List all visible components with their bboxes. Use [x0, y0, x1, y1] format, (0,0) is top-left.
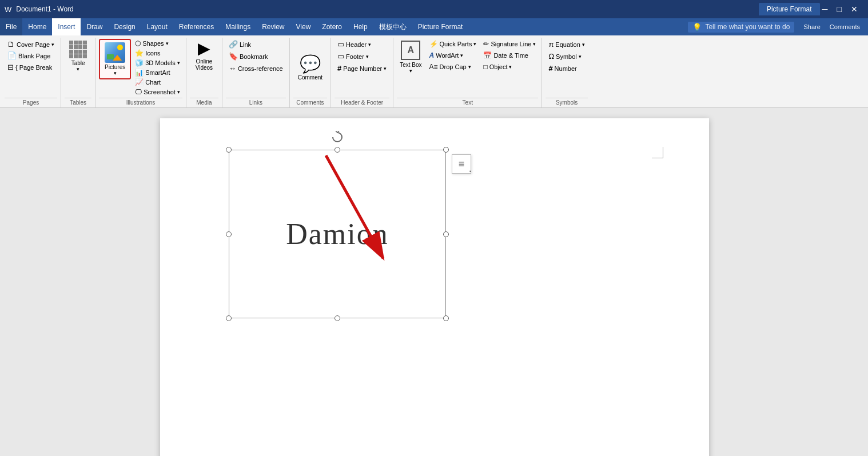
- wordart-icon: A: [429, 51, 435, 59]
- minimize-button[interactable]: ─: [822, 5, 828, 14]
- drop-cap-chevron: ▾: [468, 64, 471, 70]
- illustrations-group-label: Illustrations: [99, 98, 182, 107]
- screenshot-icon: 🖵: [135, 88, 142, 96]
- 3d-models-icon: 🧊: [135, 59, 144, 67]
- drop-cap-icon: A≡: [429, 63, 438, 71]
- equation-icon: π: [548, 40, 554, 49]
- online-videos-button[interactable]: ▶ Online Videos: [190, 39, 218, 73]
- text-group-label: Text: [397, 98, 538, 107]
- number-button[interactable]: # Number: [546, 63, 587, 74]
- close-button[interactable]: ✕: [851, 5, 858, 14]
- sig-chevron: ▾: [533, 41, 536, 47]
- menu-item-view[interactable]: View: [290, 18, 317, 35]
- page-break-button[interactable]: ⊟ { Page Break: [5, 62, 57, 73]
- 3d-chevron: ▾: [177, 60, 180, 66]
- page-number-icon: #: [337, 64, 341, 73]
- wordart-chevron: ▾: [460, 53, 463, 58]
- chart-icon: 📈: [135, 78, 144, 86]
- icons-button[interactable]: ⭐ Icons: [133, 49, 182, 58]
- smartart-button[interactable]: 📊 SmartArt: [133, 68, 182, 77]
- bookmark-button[interactable]: 🔖 Bookmark: [226, 51, 286, 62]
- share-button[interactable]: Share: [800, 22, 823, 31]
- header-button[interactable]: ▭ Header ▾: [335, 39, 389, 50]
- ribbon-group-tables: Table ▾ Tables: [61, 38, 95, 107]
- menu-item-zotero[interactable]: Zotero: [316, 18, 348, 35]
- menu-item-design[interactable]: Design: [108, 18, 141, 35]
- ribbon-group-header-footer: ▭ Header ▾ ▭ Footer ▾ # Page Number ▾ He…: [331, 38, 393, 107]
- table-button[interactable]: Table ▾: [65, 39, 91, 74]
- left-panel: [0, 108, 150, 456]
- layout-options-button[interactable]: ≡ ▪: [452, 154, 471, 174]
- object-icon: □: [483, 63, 487, 71]
- signature-line-button[interactable]: ✏ Signature Line ▾: [481, 39, 538, 49]
- document-page: Damion ≡ ▪: [160, 118, 709, 456]
- shapes-button[interactable]: ⬡ Shapes ▾: [133, 39, 182, 48]
- menu-item-home[interactable]: Home: [22, 18, 52, 35]
- screenshot-button[interactable]: 🖵 Screenshot ▾: [133, 87, 182, 97]
- bookmark-icon: 🔖: [229, 52, 238, 61]
- pictures-button[interactable]: Pictures ▾: [99, 39, 131, 79]
- menu-item-mailings[interactable]: Mailings: [220, 18, 256, 35]
- comments-button[interactable]: Comments: [826, 22, 863, 31]
- chart-button[interactable]: 📈 Chart: [133, 78, 182, 87]
- title-bar: W Document1 - Word Picture Format ─ □ ✕: [0, 0, 868, 18]
- menu-item-review[interactable]: Review: [256, 18, 290, 35]
- date-time-button[interactable]: 📅 Date & Time: [481, 50, 538, 61]
- tables-group-label: Tables: [65, 98, 91, 107]
- blank-page-button[interactable]: 📄 Blank Page: [5, 50, 57, 61]
- 3d-models-button[interactable]: 🧊 3D Models ▾: [133, 58, 182, 67]
- cover-page-chevron: ▾: [51, 42, 54, 47]
- eq-chevron: ▾: [582, 42, 585, 47]
- rotate-handle[interactable]: [331, 130, 344, 144]
- symbol-icon: Ω: [548, 52, 554, 61]
- smartart-icon: 📊: [135, 69, 144, 77]
- cover-page-button[interactable]: 🗋 Cover Page ▾: [5, 39, 57, 50]
- cross-reference-button[interactable]: ↔ Cross-reference: [226, 63, 286, 74]
- page-break-icon: ⊟: [7, 63, 14, 71]
- menu-item-layout[interactable]: Layout: [141, 18, 173, 35]
- quick-parts-icon: ⚡: [429, 40, 438, 48]
- app-title: W: [5, 5, 11, 14]
- symbol-button[interactable]: Ω Symbol ▾: [546, 51, 587, 62]
- menu-item-template[interactable]: 模板中心: [373, 18, 412, 35]
- link-button[interactable]: 🔗 Link: [226, 39, 286, 50]
- ribbon-group-pages: 🗋 Cover Page ▾ 📄 Blank Page ⊟ { Page Bre…: [1, 38, 61, 107]
- quick-parts-chevron: ▾: [473, 41, 476, 47]
- cover-page-icon: 🗋: [7, 40, 15, 49]
- footer-button[interactable]: ▭ Footer ▾: [335, 51, 389, 62]
- page-number-button[interactable]: # Page Number ▾: [335, 63, 389, 74]
- screenshot-chevron: ▾: [177, 89, 180, 95]
- ribbon-group-illustrations: Pictures ▾ ⬡ Shapes ▾ ⭐ Icons 🧊 3D Model…: [95, 38, 186, 107]
- text-box-button[interactable]: A Text Box ▾: [397, 39, 424, 75]
- menu-item-file[interactable]: File: [0, 18, 22, 35]
- maximize-button[interactable]: □: [837, 5, 842, 14]
- media-group-label: Media: [190, 98, 218, 107]
- equation-button[interactable]: π Equation ▾: [546, 39, 587, 50]
- link-icon: 🔗: [229, 40, 238, 49]
- comments-group-label: Comments: [293, 98, 327, 107]
- right-panel: [719, 108, 868, 456]
- online-videos-icon: ▶: [198, 41, 210, 57]
- comment-button[interactable]: 💬 Comment: [293, 54, 327, 82]
- drop-cap-button[interactable]: A≡ Drop Cap ▾: [427, 62, 479, 72]
- ribbon-group-text: A Text Box ▾ ⚡ Quick Parts ▾ A WordArt ▾…: [393, 38, 542, 107]
- picture-format-tab[interactable]: Picture Format: [759, 3, 820, 15]
- ribbon-group-comments: 💬 Comment Comments: [290, 38, 331, 107]
- header-icon: ▭: [337, 40, 344, 49]
- quick-parts-button[interactable]: ⚡ Quick Parts ▾: [427, 39, 479, 49]
- selected-image-container[interactable]: Damion ≡ ▪: [229, 150, 446, 318]
- number-icon: #: [548, 64, 552, 73]
- page-corner-marker: [652, 147, 663, 158]
- search-bar[interactable]: 💡 Tell me what you want to do: [688, 22, 794, 33]
- menu-item-insert[interactable]: Insert: [52, 18, 81, 35]
- menu-item-help[interactable]: Help: [348, 18, 373, 35]
- header-footer-group-label: Header & Footer: [335, 98, 389, 107]
- menu-item-references[interactable]: References: [173, 18, 220, 35]
- menu-item-draw[interactable]: Draw: [81, 18, 108, 35]
- ribbon-group-symbols: π Equation ▾ Ω Symbol ▾ # Number Symbols: [542, 38, 591, 107]
- menu-item-picture-format[interactable]: Picture Format: [412, 18, 469, 35]
- wordart-button[interactable]: A WordArt ▾: [427, 50, 479, 61]
- object-button[interactable]: □ Object ▾: [481, 62, 538, 72]
- footer-icon: ▭: [337, 52, 344, 61]
- document-area: Damion ≡ ▪: [0, 108, 868, 456]
